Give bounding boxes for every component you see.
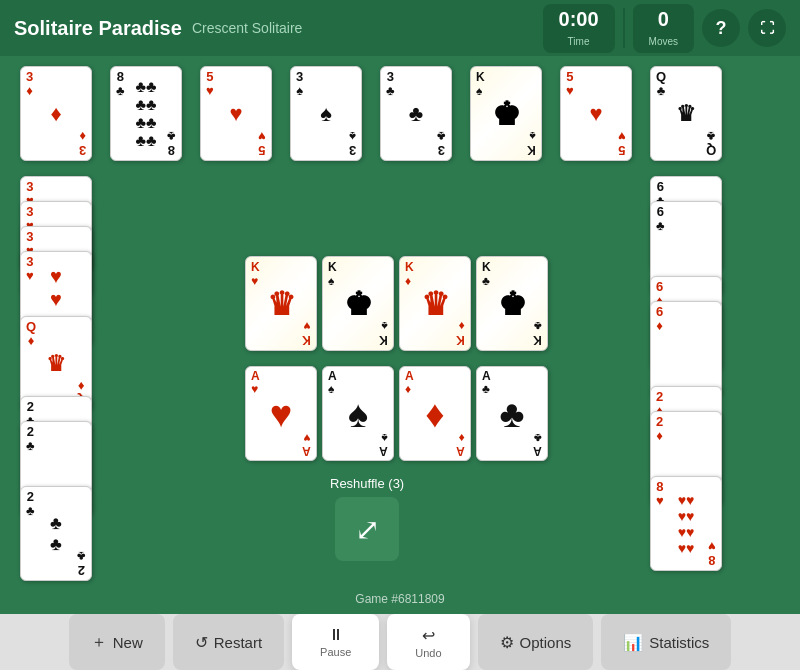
new-label: New [113, 634, 143, 651]
reshuffle-label: Reshuffle (3) [330, 476, 404, 491]
options-icon: ⚙ [500, 633, 514, 652]
statistics-icon: 📊 [623, 633, 643, 652]
footer: ＋ New ↺ Restart ⏸ Pause ↩ Undo ⚙ Options… [0, 614, 800, 670]
card-k-spades-top[interactable]: K♠ ♚ K♠ [470, 66, 542, 161]
statistics-button[interactable]: 📊 Statistics [601, 614, 731, 670]
card-k-clubs-center[interactable]: K♣ ♚ K♣ [476, 256, 548, 351]
reshuffle-icon: ⤢ [355, 512, 380, 547]
moves-label: Moves [649, 36, 678, 47]
pause-button[interactable]: ⏸ Pause [292, 614, 379, 670]
reshuffle-area: Reshuffle (3) ⤢ [330, 476, 404, 561]
app-title: Solitaire Paradise [14, 17, 182, 40]
undo-button[interactable]: ↩ Undo [387, 614, 469, 670]
card-8-clubs[interactable]: 8♣ ♣♣♣♣♣♣♣♣ 8♣ [110, 66, 182, 161]
card-a-clubs[interactable]: A♣ ♣ A♣ [476, 366, 548, 461]
undo-icon: ↩ [422, 626, 435, 645]
help-button[interactable]: ? [702, 9, 740, 47]
card-a-diamonds[interactable]: A♦ ♦ A♦ [399, 366, 471, 461]
game-area: 3♦ ♦ 3♦ 8♣ ♣♣♣♣♣♣♣♣ 8♣ 5♥ ♥ 5♥ 3♠ ♠ 3♠ 3… [0, 56, 800, 614]
card-k-hearts-center[interactable]: K♥ ♛ K♥ [245, 256, 317, 351]
restart-button[interactable]: ↺ Restart [173, 614, 284, 670]
restart-icon: ↺ [195, 633, 208, 652]
card-5-hearts-2[interactable]: 5♥ ♥ 5♥ [560, 66, 632, 161]
card-3-spades[interactable]: 3♠ ♠ 3♠ [290, 66, 362, 161]
card-a-hearts[interactable]: A♥ ♥ A♥ [245, 366, 317, 461]
options-button[interactable]: ⚙ Options [478, 614, 594, 670]
card-2-clubs-bottom[interactable]: 2♣ ♣♣ 2♣ [20, 486, 92, 581]
moves-display: 0 Moves [633, 4, 694, 53]
reshuffle-button[interactable]: ⤢ [335, 497, 399, 561]
header-right: 0:00 Time 0 Moves ? ⛶ [543, 4, 786, 53]
game-subtitle: Crescent Solitaire [192, 20, 303, 36]
options-label: Options [520, 634, 572, 651]
header: Solitaire Paradise Crescent Solitaire 0:… [0, 0, 800, 56]
header-left: Solitaire Paradise Crescent Solitaire [14, 17, 302, 40]
time-label: Time [568, 36, 590, 47]
card-3-clubs[interactable]: 3♣ ♣ 3♣ [380, 66, 452, 161]
statistics-label: Statistics [649, 634, 709, 651]
card-k-spades-center[interactable]: K♠ ♚ K♠ [322, 256, 394, 351]
card-k-diamonds-center[interactable]: K♦ ♛ K♦ [399, 256, 471, 351]
card-6-diamonds-r2[interactable]: 6♦ [650, 301, 722, 396]
time-display: 0:00 Time [543, 4, 615, 53]
card-5-hearts[interactable]: 5♥ ♥ 5♥ [200, 66, 272, 161]
pause-icon: ⏸ [328, 626, 344, 644]
pause-label: Pause [320, 646, 351, 658]
stat-divider [623, 8, 625, 48]
new-button[interactable]: ＋ New [69, 614, 165, 670]
restart-label: Restart [214, 634, 262, 651]
moves-value: 0 [649, 8, 678, 31]
card-q-clubs[interactable]: Q♣ ♛ Q♣ [650, 66, 722, 161]
card-a-spades[interactable]: A♠ ♠ A♠ [322, 366, 394, 461]
fullscreen-button[interactable]: ⛶ [748, 9, 786, 47]
game-number: Game #6811809 [355, 592, 444, 606]
new-icon: ＋ [91, 632, 107, 653]
card-3-diamonds-1[interactable]: 3♦ ♦ 3♦ [20, 66, 92, 161]
card-8-hearts-r[interactable]: 8♥ ♥♥♥♥♥♥♥♥ 8♥ [650, 476, 722, 571]
time-value: 0:00 [559, 8, 599, 31]
undo-label: Undo [415, 647, 441, 659]
